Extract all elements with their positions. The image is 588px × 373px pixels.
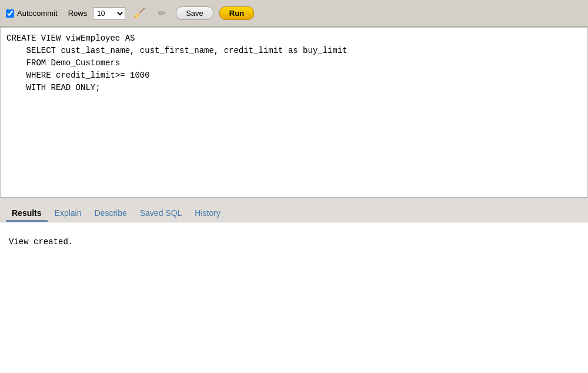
toolbar: Autocommit Rows 10 25 50 100 🧹 ✏ Save Ru… [0,0,588,27]
rows-select[interactable]: 10 25 50 100 [93,7,125,20]
tab-results[interactable]: Results [6,206,48,222]
clear-button[interactable]: 🧹 [131,6,148,21]
autocommit-label: Autocommit [17,9,58,18]
autocommit-checkbox[interactable] [6,9,14,18]
eraser-icon: 🧹 [133,8,145,19]
sql-textarea[interactable]: CREATE VIEW viwEmployee AS SELECT cust_l… [1,28,587,197]
format-button[interactable]: ✏ [153,6,170,21]
results-area: View created. [0,222,588,373]
tab-saved-sql[interactable]: Saved SQL [134,206,188,222]
tabs-bar: Results Explain Describe Saved SQL Histo… [0,198,588,222]
tab-history[interactable]: History [189,206,226,222]
autocommit-area: Autocommit [6,9,58,18]
result-message: View created. [9,237,579,247]
pencil-icon: ✏ [158,8,166,19]
tab-explain[interactable]: Explain [49,206,88,222]
tab-describe[interactable]: Describe [89,206,133,222]
rows-label: Rows [68,9,88,18]
main-container: Autocommit Rows 10 25 50 100 🧹 ✏ Save Ru… [0,0,588,373]
save-button[interactable]: Save [176,6,213,20]
sql-editor-area: CREATE VIEW viwEmployee AS SELECT cust_l… [0,27,588,198]
run-button[interactable]: Run [219,6,254,20]
